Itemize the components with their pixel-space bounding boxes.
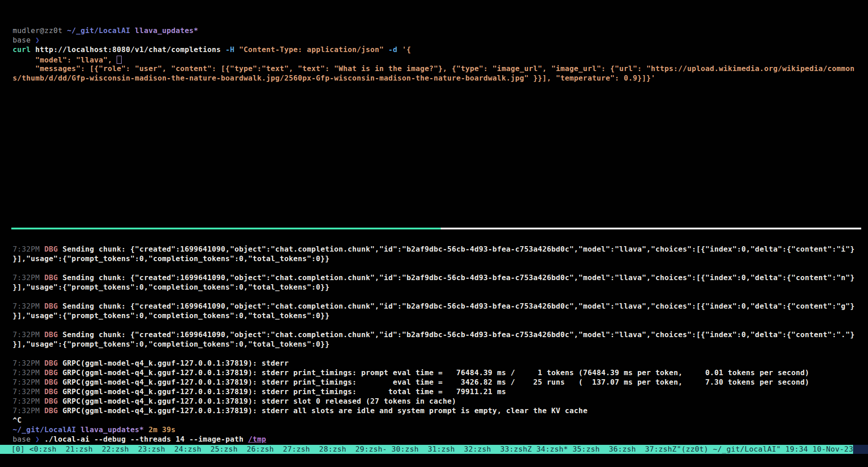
terminal-text-segment: '{ (402, 45, 411, 54)
terminal-line: mudler@zz0t ~/_git/LocalAI llava_updates… (13, 26, 868, 35)
pane-bottom-gap (0, 229, 868, 244)
terminal-line: }],"usage":{"prompt_tokens":0,"completio… (13, 311, 868, 320)
terminal-line: base ❯ ./local-ai --debug --threads 14 -… (13, 434, 868, 444)
terminal-text-segment: Sending chunk: {"created":1699641090,"ob… (62, 302, 854, 310)
terminal-text-segment: }],"usage":{"prompt_tokens":0,"completio… (13, 311, 330, 320)
terminal-text-segment: mudler@zz0t (13, 26, 67, 35)
terminal-text-segment: ~/_git/LocalAI (13, 425, 80, 434)
terminal-text-segment: DBG (44, 273, 62, 282)
pane-top-empty-area (0, 83, 868, 228)
terminal-line: ^C (13, 415, 868, 425)
terminal-line: 7:32PM DBG Sending chunk: {"created":169… (13, 273, 868, 282)
terminal-text-segment: DBG (44, 378, 62, 386)
terminal-text-segment: GRPC(ggml-model-q4_k.gguf-127.0.0.1:3781… (62, 397, 456, 405)
terminal-text-segment: llava_updates* (135, 26, 198, 35)
terminal-text-segment: llava_updates* (80, 425, 148, 434)
terminal-line: base ❯ (13, 35, 868, 45)
terminal-text-segment: /tmp (248, 435, 266, 443)
terminal-text-segment: 7:32PM (13, 387, 44, 396)
terminal-text-segment: base (13, 435, 35, 443)
terminal-text-segment: 7:32PM (13, 302, 44, 310)
terminal-text-segment: DBG (44, 302, 62, 310)
terminal-text-segment: 7:32PM (13, 330, 44, 339)
terminal-pane-top[interactable]: mudler@zz0t ~/_git/LocalAI llava_updates… (0, 0, 868, 83)
terminal-text-segment: 7:32PM (13, 245, 44, 253)
terminal-text-segment: "Content-Type: application/json" (239, 45, 388, 54)
pane-divider-inactive-segment (441, 228, 861, 229)
terminal-text-segment: 7:32PM (13, 397, 44, 405)
terminal-line: ~/_git/LocalAI llava_updates* 2m 39s (13, 425, 868, 434)
tmux-window-list[interactable]: [0] <0:zsh 21:zsh 22:zsh 23:zsh 24:zsh 2… (11, 445, 677, 454)
terminal-text-segment: }],"usage":{"prompt_tokens":0,"completio… (13, 283, 330, 291)
terminal-line: 7:32PM DBG GRPC(ggml-model-q4_k.gguf-127… (13, 377, 868, 387)
terminal-text-segment: Sending chunk: {"created":1699641090,"ob… (62, 273, 854, 282)
terminal-line: curl http://localhost:8080/v1/chat/compl… (13, 45, 868, 54)
terminal-line: }],"usage":{"prompt_tokens":0,"completio… (13, 254, 868, 263)
pane-divider-active-segment (11, 228, 441, 229)
terminal-text-segment: GRPC(ggml-model-q4_k.gguf-127.0.0.1:3781… (62, 406, 588, 415)
terminal-line (13, 349, 868, 358)
terminal-text-segment: }],"usage":{"prompt_tokens":0,"completio… (13, 254, 330, 263)
terminal-text-segment: 7:32PM (13, 406, 44, 415)
terminal-text-segment: GRPC(ggml-model-q4_k.gguf-127.0.0.1:3781… (62, 359, 293, 367)
tmux-status-bar[interactable]: [0] <0:zsh 21:zsh 22:zsh 23:zsh 24:zsh 2… (0, 445, 868, 454)
terminal-text-segment: 2m 39s (148, 425, 175, 434)
terminal-line: 7:32PM DBG GRPC(ggml-model-q4_k.gguf-127… (13, 387, 868, 396)
terminal-text-segment: -H (226, 45, 239, 54)
terminal-text-segment: Sending chunk: {"created":1699641090,"ob… (62, 245, 854, 253)
text-cursor (117, 56, 122, 64)
terminal-text-segment: 7:32PM (13, 368, 44, 377)
terminal-line: 7:32PM DBG GRPC(ggml-model-q4_k.gguf-127… (13, 406, 868, 415)
terminal-text-segment: -d (388, 45, 402, 54)
terminal-line: }],"usage":{"prompt_tokens":0,"completio… (13, 339, 868, 349)
terminal-text-segment: ❯ (35, 36, 40, 44)
terminal-text-segment: DBG (44, 387, 62, 396)
terminal-text-segment: ./local-ai (44, 435, 90, 443)
terminal-text-segment: http://localhost:8080/v1/chat/completion… (35, 45, 226, 54)
terminal-text-segment: GRPC(ggml-model-q4_k.gguf-127.0.0.1:3781… (62, 368, 809, 377)
terminal-text-segment: curl (13, 45, 35, 54)
terminal-text-segment: --debug --threads 14 --image-path (90, 435, 248, 443)
terminal-text-segment: "model": "llava", (13, 56, 117, 64)
tmux-status-right: "(zz0t) ~/_git/LocalAI" 19:34 10-Nov-23 (677, 445, 854, 454)
terminal-line: 7:32PM DBG Sending chunk: {"created":169… (13, 330, 868, 339)
terminal-line: 7:32PM DBG Sending chunk: {"created":169… (13, 301, 868, 311)
terminal-screen: mudler@zz0t ~/_git/LocalAI llava_updates… (0, 0, 868, 467)
terminal-line: 7:32PM DBG GRPC(ggml-model-q4_k.gguf-127… (13, 368, 868, 377)
terminal-text-segment: DBG (44, 359, 62, 367)
terminal-line: 7:32PM DBG GRPC(ggml-model-q4_k.gguf-127… (13, 396, 868, 406)
terminal-line: 7:32PM DBG Sending chunk: {"created":169… (13, 244, 868, 254)
terminal-text-segment: DBG (44, 406, 62, 415)
terminal-text-segment: ❯ (35, 435, 44, 443)
terminal-text-segment: s/thumb/d/dd/Gfp-wisconsin-madison-the-n… (13, 74, 656, 82)
terminal-text-segment: DBG (44, 397, 62, 405)
terminal-line (13, 320, 868, 330)
terminal-line: "messages": [{"role": "user", "content":… (13, 64, 868, 73)
terminal-text-segment: ^C (13, 416, 22, 424)
terminal-text-segment: 7:32PM (13, 378, 44, 386)
terminal-text-segment: 7:32PM (13, 273, 44, 282)
terminal-line: 7:32PM DBG GRPC(ggml-model-q4_k.gguf-127… (13, 358, 868, 368)
terminal-line: s/thumb/d/dd/Gfp-wisconsin-madison-the-n… (13, 73, 868, 83)
terminal-text-segment: Sending chunk: {"created":1699641090,"ob… (62, 330, 854, 339)
terminal-text-segment: ~/_git/LocalAI (67, 26, 135, 35)
terminal-pane-bottom[interactable]: 7:32PM DBG Sending chunk: {"created":169… (0, 244, 868, 444)
terminal-text-segment: base (13, 36, 35, 44)
terminal-text-segment: "messages": [{"role": "user", "content":… (13, 64, 854, 73)
terminal-text-segment: GRPC(ggml-model-q4_k.gguf-127.0.0.1:3781… (62, 378, 809, 386)
tmux-status-endcap (853, 445, 868, 454)
terminal-line: "model": "llava", (13, 54, 868, 64)
terminal-text-segment: DBG (44, 245, 62, 253)
terminal-line (13, 292, 868, 301)
terminal-text-segment: 7:32PM (13, 359, 44, 367)
terminal-text-segment: DBG (44, 368, 62, 377)
terminal-text-segment: }],"usage":{"prompt_tokens":0,"completio… (13, 340, 330, 348)
terminal-line: }],"usage":{"prompt_tokens":0,"completio… (13, 282, 868, 292)
terminal-text-segment: DBG (44, 330, 62, 339)
pane-divider[interactable] (11, 228, 861, 229)
terminal-text-segment: GRPC(ggml-model-q4_k.gguf-127.0.0.1:3781… (62, 387, 506, 396)
terminal-line (13, 263, 868, 273)
